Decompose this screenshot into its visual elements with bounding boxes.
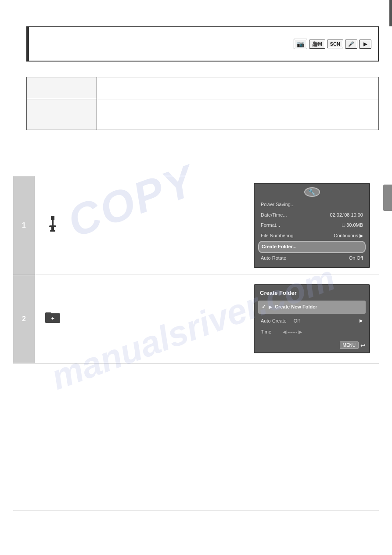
step-row-2: 2 ✦ Create Folder ✓ ▶ Create New Folder <box>13 275 379 363</box>
lcd2-item-auto-create: Auto Create Off ▶ <box>258 316 366 327</box>
header-section: 📷 🎥M SCN 🎤 ▶ <box>26 26 379 62</box>
lcd2-footer: MENU ↩ <box>258 341 366 349</box>
lcd-item-datetime: Date/Time... 02.02.'08 10:00 <box>258 210 366 221</box>
mode-icon-scn[interactable]: SCN <box>327 40 343 48</box>
lcd-screen-2: Create Folder ✓ ▶ Create New Folder Auto… <box>254 284 370 353</box>
lcd-item-format-value: □ 30.0MB <box>342 221 363 229</box>
bottom-divider <box>13 511 379 511</box>
svg-rect-2 <box>49 225 56 227</box>
arrow-left-icon: ▶ <box>269 303 272 311</box>
lcd2-time-value: ◀ ------ ▶ <box>283 328 302 337</box>
lcd-item-power: Power Saving... <box>258 200 366 210</box>
svg-rect-6 <box>45 312 51 315</box>
mode-icon-camera[interactable]: 📷 <box>294 39 307 49</box>
table-section <box>26 77 379 130</box>
folder-star-icon: ✦ <box>45 311 60 324</box>
lcd-item-filenumbering: File Numbering Continuous ▶ <box>258 231 366 241</box>
mode-icons: 📷 🎥M SCN 🎤 ▶ <box>294 39 371 49</box>
lcd-item-power-label: Power Saving... <box>261 201 295 209</box>
lcd2-auto-create-label: Auto Create <box>261 317 287 326</box>
step-content-2: ✦ Create Folder ✓ ▶ Create New Folder Au… <box>35 275 379 363</box>
lcd-wrench-icon: 🔧 <box>304 187 320 197</box>
step-2-icon: ✦ <box>44 311 61 327</box>
lcd-item-createfolder: Create Folder... <box>258 241 366 253</box>
lcd-item-autorotate: Auto Rotate On Off <box>258 253 366 264</box>
lcd-item-format: Format... □ 30.0MB <box>258 220 366 231</box>
step-number-2: 2 <box>13 275 35 363</box>
mode-icon-mic[interactable]: 🎤 <box>345 40 357 49</box>
lcd-screen-1: 🔧 Power Saving... Date/Time... 02.02.'08… <box>254 183 370 268</box>
svg-rect-3 <box>51 227 54 231</box>
back-icon[interactable]: ↩ <box>360 342 366 349</box>
lcd2-time-label: Time <box>261 328 271 337</box>
step-1-icon <box>44 216 61 235</box>
table-label-2 <box>27 99 97 130</box>
menu-button[interactable]: MENU <box>340 341 359 349</box>
step-content-1: 🔧 Power Saving... Date/Time... 02.02.'08… <box>35 176 379 275</box>
lcd2-title: Create Folder <box>258 289 366 297</box>
checkmark-icon: ✓ <box>262 302 266 312</box>
lcd2-auto-create-arrow: ▶ <box>360 317 363 325</box>
lcd-item-createfolder-label: Create Folder... <box>262 243 296 251</box>
lcd-item-datetime-label: Date/Time... <box>261 211 287 219</box>
svg-rect-0 <box>51 216 54 220</box>
mode-icon-play[interactable]: ▶ <box>359 40 371 49</box>
step-number-1: 1 <box>13 176 35 275</box>
lcd-item-filenumbering-label: File Numbering <box>261 232 294 240</box>
table-label-1 <box>27 77 97 99</box>
menu-icon-row: 🔧 <box>258 187 366 197</box>
lcd-item-format-label: Format... <box>261 221 280 229</box>
mode-icon-movie[interactable]: 🎥M <box>309 40 325 49</box>
table-content-2 <box>97 99 379 130</box>
lcd-item-datetime-value: 02.02.'08 10:00 <box>330 211 363 219</box>
lcd2-create-new-folder-label: Create New Folder <box>275 303 317 312</box>
steps-section: 1 🔧 P <box>13 176 379 363</box>
svg-text:✦: ✦ <box>50 316 55 322</box>
lcd-item-autorotate-label: Auto Rotate <box>261 254 286 262</box>
lcd-item-autorotate-value: On Off <box>349 254 363 262</box>
lcd-item-filenumbering-value: Continuous ▶ <box>334 232 363 240</box>
settings-icon <box>46 216 60 232</box>
lcd2-item-time: Time ◀ ------ ▶ <box>258 326 366 338</box>
table-content-1 <box>97 77 379 99</box>
lcd2-item-create-new-folder: ✓ ▶ Create New Folder <box>258 301 366 314</box>
side-tab <box>383 185 392 211</box>
lcd2-auto-create-value: Off <box>294 317 300 326</box>
step-row-1: 1 🔧 P <box>13 176 379 275</box>
svg-rect-4 <box>50 230 55 232</box>
top-bar <box>389 0 392 26</box>
